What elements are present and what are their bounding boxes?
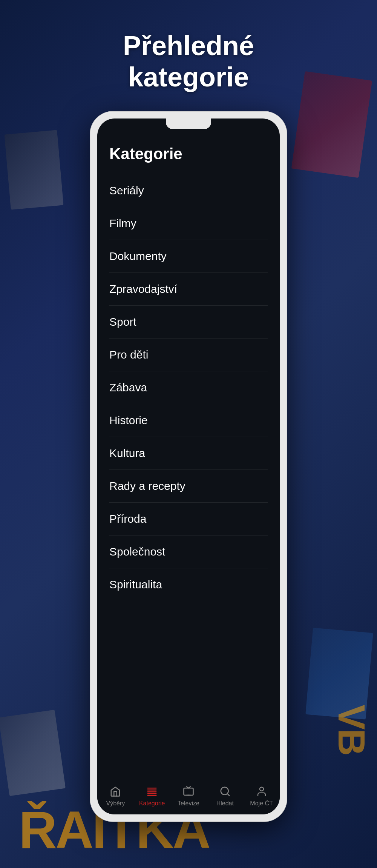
category-item-10[interactable]: Rady a recepty	[109, 470, 268, 503]
category-label-4: Zpravodajství	[109, 283, 177, 295]
phone-notch	[166, 119, 211, 129]
nav-item-kategorie[interactable]: Kategorie	[139, 785, 165, 807]
nav-label-moje-ct: Moje ČT	[250, 800, 273, 807]
category-label-2: Filmy	[109, 217, 136, 229]
bottom-nav: Výběry KategorieTelevizeHledatMoje ČT	[97, 780, 280, 814]
category-item-5[interactable]: Sport	[109, 306, 268, 339]
category-item-3[interactable]: Dokumenty	[109, 240, 268, 273]
nav-item-moje-ct[interactable]: Moje ČT	[248, 785, 275, 807]
svg-rect-5	[184, 788, 193, 795]
category-item-12[interactable]: Společnost	[109, 536, 268, 568]
category-label-6: Pro děti	[109, 348, 148, 361]
category-label-1: Seriály	[109, 184, 144, 197]
category-item-13[interactable]: Spiritualita	[109, 568, 268, 601]
phone-screen: Kategorie SeriályFilmyDokumentyZpravodaj…	[97, 119, 280, 814]
category-item-1[interactable]: Seriály	[109, 174, 268, 207]
category-item-4[interactable]: Zpravodajství	[109, 273, 268, 306]
phone-container: Kategorie SeriályFilmyDokumentyZpravodaj…	[0, 108, 377, 821]
nav-item-televize[interactable]: Televize	[175, 785, 202, 807]
kategorie-heading: Kategorie	[109, 141, 268, 163]
user-icon	[255, 785, 268, 798]
list-icon	[145, 785, 159, 798]
page-title: Přehledné kategorie	[0, 30, 377, 93]
nav-item-hledat[interactable]: Hledat	[212, 785, 238, 807]
nav-label-kategorie: Kategorie	[139, 800, 165, 807]
category-label-5: Sport	[109, 315, 136, 328]
screen-content: Kategorie SeriályFilmyDokumentyZpravodaj…	[97, 119, 280, 780]
tv-icon	[182, 785, 195, 798]
category-label-9: Kultura	[109, 447, 145, 459]
category-item-11[interactable]: Příroda	[109, 503, 268, 536]
phone-mockup: Kategorie SeriályFilmyDokumentyZpravodaj…	[90, 112, 287, 821]
category-list: SeriályFilmyDokumentyZpravodajstvíSportP…	[109, 174, 268, 601]
home-icon	[109, 785, 122, 798]
svg-point-10	[260, 787, 264, 791]
nav-label-hledat: Hledat	[216, 800, 234, 807]
category-label-10: Rady a recepty	[109, 480, 185, 492]
category-item-2[interactable]: Filmy	[109, 207, 268, 240]
nav-item-vybery[interactable]: Výběry	[102, 785, 129, 807]
page-title-section: Přehledné kategorie	[0, 0, 377, 108]
category-label-8: Historie	[109, 414, 148, 426]
category-label-12: Společnost	[109, 545, 165, 558]
category-item-8[interactable]: Historie	[109, 404, 268, 437]
category-item-7[interactable]: Zábava	[109, 371, 268, 404]
nav-label-televize: Televize	[178, 800, 199, 807]
category-item-6[interactable]: Pro děti	[109, 339, 268, 371]
svg-line-9	[227, 793, 229, 795]
category-label-3: Dokumenty	[109, 250, 167, 262]
category-label-7: Zábava	[109, 381, 147, 394]
nav-label-vybery: Výběry	[106, 800, 125, 807]
category-label-11: Příroda	[109, 512, 146, 525]
category-item-9[interactable]: Kultura	[109, 437, 268, 470]
search-icon	[218, 785, 232, 798]
category-label-13: Spiritualita	[109, 578, 162, 591]
